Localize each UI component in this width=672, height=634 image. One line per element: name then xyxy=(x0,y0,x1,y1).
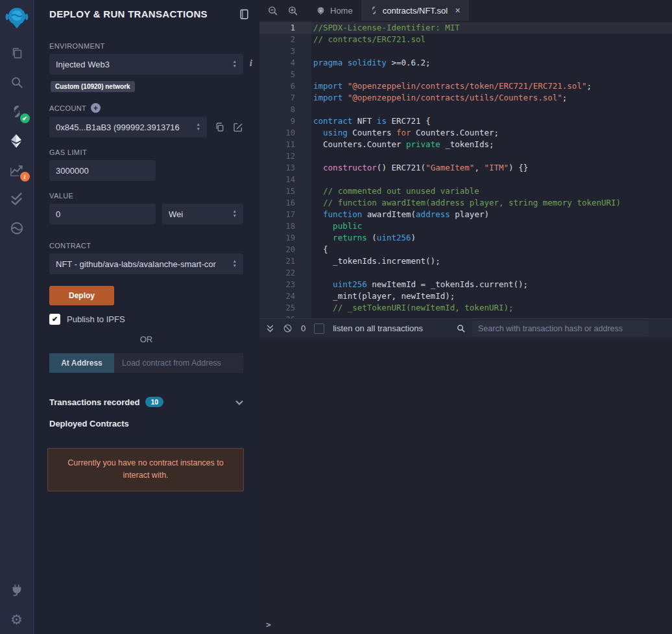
statistics-icon[interactable]: 1 xyxy=(8,161,25,178)
chevron-down-icon[interactable] xyxy=(235,396,243,408)
line-content: _mint(player, newItemId); xyxy=(295,290,455,302)
code-line[interactable]: 22 xyxy=(259,267,672,279)
code-line[interactable]: 13 constructor() ERC721("GameItem", "ITM… xyxy=(259,162,672,174)
line-number: 15 xyxy=(259,185,295,197)
deploy-button[interactable]: Deploy xyxy=(49,286,114,305)
line-content xyxy=(295,174,313,185)
terminal-search-icon xyxy=(456,323,466,333)
plugin-sphere-icon[interactable] xyxy=(8,220,25,237)
stepper-icon: ▲▼ xyxy=(233,60,237,69)
code-line[interactable]: 11 Counters.Counter private _tokenIds; xyxy=(259,139,672,150)
line-number: 22 xyxy=(259,267,295,279)
account-select[interactable]: 0x845...B1aB3 (999992.3913716 ▲▼ xyxy=(49,117,207,137)
line-number: 18 xyxy=(259,220,295,232)
expand-terminal-icon[interactable] xyxy=(266,324,274,333)
line-content: constructor() ERC721("GameItem", "ITM") … xyxy=(295,162,528,174)
environment-value: Injected Web3 xyxy=(56,60,110,69)
copy-account-icon[interactable] xyxy=(215,122,225,132)
environment-info-icon[interactable]: i xyxy=(250,58,252,69)
terminal-output[interactable]: > xyxy=(259,338,672,634)
docs-book-icon[interactable] xyxy=(239,9,249,19)
line-number: 9 xyxy=(259,115,295,127)
account-value: 0x845...B1aB3 (999992.3913716 xyxy=(56,123,180,132)
value-label: VALUE xyxy=(49,192,243,200)
line-content xyxy=(295,267,313,279)
code-line[interactable]: 9contract NFT is ERC721 { xyxy=(259,115,672,127)
or-divider: OR xyxy=(49,335,243,344)
editor-workspace: Home contracts/NFT.sol ✕ 1//SPDX-License… xyxy=(259,0,672,634)
line-content: function awardItem(address player) xyxy=(295,209,489,220)
environment-select[interactable]: Injected Web3 ▲▼ xyxy=(49,54,243,75)
transactions-recorded-row[interactable]: Transactions recorded 10 xyxy=(49,396,243,408)
add-account-icon[interactable]: + xyxy=(91,103,101,113)
code-line[interactable]: 8 xyxy=(259,104,672,115)
plugin-manager-icon[interactable] xyxy=(8,581,25,598)
value-unit-select[interactable]: Wei ▲▼ xyxy=(162,204,243,224)
terminal-toolbar: 0 listen on all transactions xyxy=(259,318,672,338)
code-line[interactable]: 14 xyxy=(259,174,672,185)
line-content: pragma solidity >=0.6.2; xyxy=(295,57,431,69)
code-line[interactable]: 20 { xyxy=(259,244,672,255)
line-number: 25 xyxy=(259,302,295,314)
code-line[interactable]: 21 _tokenIds.increment(); xyxy=(259,255,672,267)
unit-testing-icon[interactable] xyxy=(8,191,25,207)
contract-select[interactable]: NFT - github/ava-labs/avalanche-smart-co… xyxy=(49,253,243,274)
code-line[interactable]: 15 // commented out unused variable xyxy=(259,185,672,197)
edit-account-icon[interactable] xyxy=(233,122,243,132)
line-number: 14 xyxy=(259,174,295,185)
code-line[interactable]: 16 // function awardItem(address player,… xyxy=(259,197,672,209)
file-explorer-icon[interactable] xyxy=(8,45,25,62)
environment-label: ENVIRONMENT xyxy=(49,42,243,50)
contract-value: NFT - github/ava-labs/avalanche-smart-co… xyxy=(56,259,216,269)
listen-transactions-checkbox[interactable] xyxy=(314,323,324,334)
terminal-search-input[interactable] xyxy=(478,324,643,333)
at-address-input[interactable] xyxy=(122,358,235,368)
zoom-out-icon[interactable] xyxy=(267,5,278,16)
code-editor[interactable]: 1//SPDX-License-Identifier: MIT2// contr… xyxy=(259,21,672,318)
value-input[interactable] xyxy=(56,209,149,219)
code-line[interactable]: 26 xyxy=(259,314,672,318)
code-line[interactable]: 10 using Counters for Counters.Counter; xyxy=(259,127,672,139)
close-tab-icon[interactable]: ✕ xyxy=(455,6,461,15)
code-line[interactable]: 2// contracts/ERC721.sol xyxy=(259,34,672,45)
code-line[interactable]: 17 function awardItem(address player) xyxy=(259,209,672,220)
listen-transactions-label: listen on all transactions xyxy=(333,323,423,333)
code-line[interactable]: 5 xyxy=(259,69,672,80)
gas-limit-input-wrap xyxy=(49,160,156,181)
line-content xyxy=(295,314,313,318)
zoom-in-icon[interactable] xyxy=(287,5,298,16)
line-content: { xyxy=(295,244,328,255)
transactions-recorded-label: Transactions recorded xyxy=(49,397,139,407)
solidity-compiler-icon[interactable]: ✔ xyxy=(8,103,25,120)
app-logo-icon[interactable] xyxy=(4,5,30,32)
code-line[interactable]: 4pragma solidity >=0.6.2; xyxy=(259,57,672,69)
line-number: 26 xyxy=(259,314,295,318)
code-line[interactable]: 25 // _setTokenURI(newItemId, tokenURI); xyxy=(259,302,672,314)
line-number: 13 xyxy=(259,162,295,174)
settings-icon[interactable]: ⚙ xyxy=(8,611,25,628)
statistics-badge: 1 xyxy=(20,172,30,182)
code-line[interactable]: 1//SPDX-License-Identifier: MIT xyxy=(259,22,672,34)
code-line[interactable]: 24 _mint(player, newItemId); xyxy=(259,290,672,302)
search-icon[interactable] xyxy=(8,74,25,91)
publish-ipfs-checkbox[interactable]: ✔ xyxy=(49,314,60,325)
tab-bar: Home contracts/NFT.sol ✕ xyxy=(259,0,672,21)
code-line[interactable]: 6import "@openzeppelin/contracts/token/E… xyxy=(259,80,672,92)
line-number: 7 xyxy=(259,92,295,104)
pending-tx-count: 0 xyxy=(301,323,306,333)
code-line[interactable]: 19 returns (uint256) xyxy=(259,232,672,244)
code-line[interactable]: 12 xyxy=(259,150,672,162)
gas-limit-input[interactable] xyxy=(56,166,149,176)
clear-terminal-icon[interactable] xyxy=(283,323,293,333)
tab-nft-sol[interactable]: contracts/NFT.sol ✕ xyxy=(361,0,470,21)
home-logo-icon xyxy=(316,6,326,16)
line-content: uint256 newItemId = _tokenIds.current(); xyxy=(295,279,528,290)
at-address-button[interactable]: At Address xyxy=(49,353,114,373)
code-line[interactable]: 7import "@openzeppelin/contracts/utils/C… xyxy=(259,92,672,104)
code-line[interactable]: 3 xyxy=(259,45,672,57)
code-line[interactable]: 23 uint256 newItemId = _tokenIds.current… xyxy=(259,279,672,290)
deploy-run-icon[interactable] xyxy=(8,132,25,149)
tab-home[interactable]: Home xyxy=(307,0,361,21)
remix-ide-window: ✔ 1 xyxy=(0,0,672,634)
code-line[interactable]: 18 public xyxy=(259,220,672,232)
